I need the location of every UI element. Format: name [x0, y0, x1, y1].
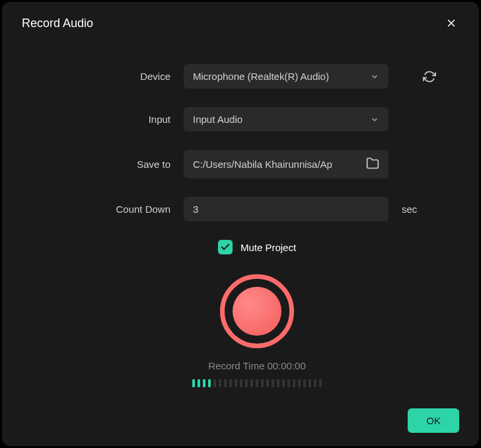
level-bar — [272, 379, 274, 387]
input-select[interactable]: Input Audio — [184, 107, 388, 131]
mute-row: Mute Project — [55, 240, 459, 254]
folder-icon — [366, 157, 379, 170]
level-bar — [309, 379, 311, 387]
record-audio-dialog: Record Audio Device Microphone (Realtek(… — [2, 2, 479, 446]
mute-checkbox[interactable] — [218, 240, 233, 254]
mute-label: Mute Project — [240, 242, 296, 253]
level-bar — [192, 379, 195, 387]
device-select[interactable]: Microphone (Realtek(R) Audio) — [184, 64, 388, 89]
refresh-icon — [423, 70, 436, 83]
chevron-down-icon — [370, 72, 379, 81]
level-bar — [240, 379, 242, 387]
ok-button[interactable]: OK — [408, 408, 459, 433]
level-bar — [277, 379, 279, 387]
device-row: Device Microphone (Realtek(R) Audio) — [22, 64, 459, 89]
level-bar — [229, 379, 232, 387]
dialog-footer: OK — [408, 408, 459, 433]
countdown-unit: sec — [402, 204, 417, 215]
refresh-button[interactable] — [422, 69, 437, 85]
level-bar — [266, 379, 269, 387]
level-bar — [235, 379, 237, 387]
dialog-title: Record Audio — [22, 17, 93, 30]
checkmark-icon — [220, 242, 231, 252]
saveto-field: C:/Users/Nabila Khairunnisa/Ap — [184, 150, 388, 178]
record-button[interactable] — [220, 274, 294, 348]
level-bar — [219, 379, 221, 387]
dialog-header: Record Audio — [22, 15, 459, 31]
level-bar — [298, 379, 301, 387]
level-bar — [208, 379, 211, 387]
input-value: Input Audio — [193, 114, 242, 125]
record-time-label: Record Time 00:00:00 — [208, 360, 306, 371]
level-bar — [293, 379, 295, 387]
countdown-row: Count Down sec — [22, 197, 459, 221]
input-row: Input Input Audio — [22, 107, 459, 131]
level-bar — [213, 379, 216, 387]
level-bar — [319, 379, 322, 387]
record-section: Record Time 00:00:00 — [55, 274, 459, 387]
close-icon — [445, 17, 457, 29]
level-bar — [261, 379, 264, 387]
level-bar — [198, 379, 200, 387]
level-bar — [250, 379, 253, 387]
level-bar — [203, 379, 205, 387]
device-label: Device — [22, 71, 184, 82]
level-bar — [303, 379, 306, 387]
saveto-row: Save to C:/Users/Nabila Khairunnisa/Ap — [22, 150, 459, 178]
browse-folder-button[interactable] — [366, 157, 379, 172]
close-button[interactable] — [443, 15, 459, 31]
level-bar — [224, 379, 227, 387]
input-label: Input — [22, 114, 184, 125]
level-bar — [314, 379, 316, 387]
device-value: Microphone (Realtek(R) Audio) — [193, 71, 329, 82]
level-bar — [282, 379, 285, 387]
saveto-value: C:/Users/Nabila Khairunnisa/Ap — [193, 159, 332, 170]
countdown-input[interactable] — [184, 197, 388, 221]
level-bar — [287, 379, 290, 387]
countdown-label: Count Down — [22, 204, 184, 215]
level-bar — [256, 379, 258, 387]
chevron-down-icon — [370, 115, 379, 124]
record-icon — [233, 287, 281, 336]
level-bar — [245, 379, 248, 387]
saveto-label: Save to — [22, 159, 184, 170]
audio-level-meter — [192, 379, 322, 387]
